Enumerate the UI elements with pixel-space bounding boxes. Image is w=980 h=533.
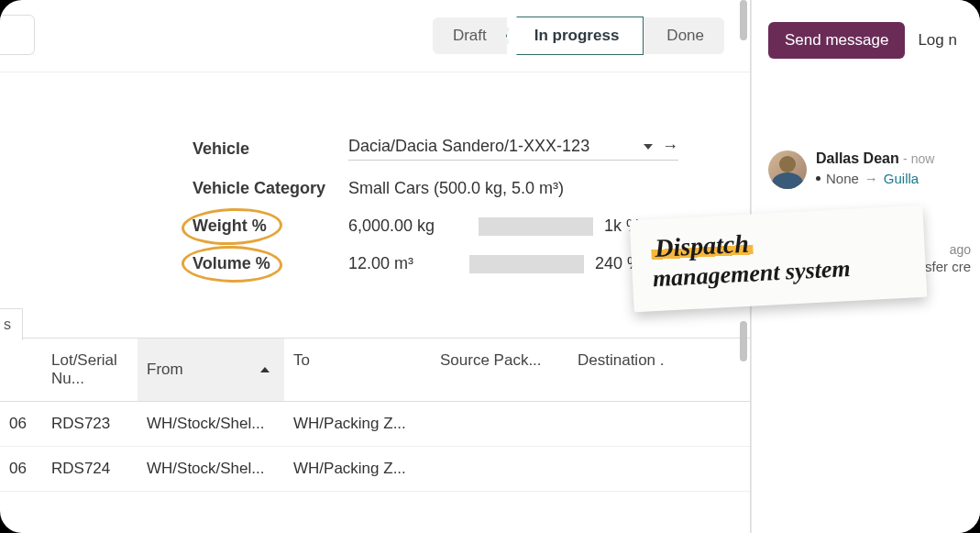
cell-to: WH/Packing Z... [284, 402, 431, 446]
send-message-button[interactable]: Send message [768, 22, 905, 59]
vehicle-row: Vehicle Dacia/Dacia Sandero/1-XXX-123 → [0, 128, 750, 170]
scrollbar-table[interactable] [740, 321, 747, 361]
scrollbar-top[interactable] [740, 0, 747, 40]
volume-progress-bar [469, 255, 584, 273]
chevron-down-icon[interactable] [644, 144, 653, 150]
vehicle-category-value: Small Cars (500.0 kg, 5.0 m³) [348, 179, 564, 198]
th-destination[interactable]: Destination . [568, 339, 697, 401]
volume-label: Volume % [193, 254, 348, 273]
vehicle-select[interactable]: Dacia/Dacia Sandero/1-XXX-123 → [348, 137, 678, 161]
status-done[interactable]: Done [643, 17, 724, 54]
message-time-sep: - [903, 151, 908, 166]
cell-prefix: 06 [0, 447, 51, 491]
cell-from: WH/Stock/Shel... [138, 402, 284, 446]
th-lot[interactable]: Lot/Serial Nu... [0, 339, 138, 401]
table-row[interactable]: 06 RDS724 WH/Stock/Shel... WH/Packing Z.… [0, 447, 750, 492]
status-in-progress[interactable]: In progress [506, 17, 644, 55]
message-time: now [911, 151, 935, 166]
cell-to: WH/Packing Z... [284, 447, 431, 491]
status-bar: Draft In progress Done [0, 0, 750, 72]
th-from-label: From [147, 361, 183, 379]
arrow-right-small-icon: → [864, 171, 878, 186]
message-item: Dallas Dean - now None → Guilla [768, 150, 980, 189]
table-area: s Lot/Serial Nu... From To Source Pack..… [0, 338, 750, 492]
volume-value: 12.00 m³ [348, 254, 458, 273]
tab-stub[interactable]: s [0, 308, 23, 340]
cell-from: WH/Stock/Shel... [138, 447, 284, 491]
table-row[interactable]: 06 RDS723 WH/Stock/Shel... WH/Packing Z.… [0, 402, 750, 447]
cell-prefix: 06 [0, 402, 51, 446]
cell-lot: RDS723 [51, 402, 138, 446]
weight-value: 6,000.00 kg [348, 217, 468, 236]
weight-progress-bar [479, 217, 593, 236]
sticky-note: Dispatch management system [630, 205, 928, 313]
change-to-link[interactable]: Guilla [884, 171, 919, 186]
message-author[interactable]: Dallas Dean [816, 150, 899, 166]
cell-lot: RDS724 [51, 447, 138, 491]
vehicle-value: Dacia/Dacia Sandero/1-XXX-123 [348, 137, 589, 156]
th-source-pack[interactable]: Source Pack... [431, 339, 568, 401]
bullet-icon [816, 176, 820, 181]
log-note-button[interactable]: Log n [918, 22, 957, 59]
sort-asc-icon [260, 367, 270, 372]
arrow-right-icon[interactable]: → [662, 137, 678, 156]
table-header: Lot/Serial Nu... From To Source Pack... … [0, 338, 750, 402]
sticky-line1: Dispatch [650, 228, 753, 262]
vehicle-label: Vehicle [193, 139, 348, 159]
th-to[interactable]: To [284, 339, 431, 401]
left-panel-stub [0, 15, 35, 55]
weight-label: Weight % [193, 217, 348, 236]
th-from[interactable]: From [138, 339, 284, 401]
avatar[interactable] [768, 150, 807, 189]
vehicle-category-row: Vehicle Category Small Cars (500.0 kg, 5… [0, 170, 750, 207]
trail-time: ago [950, 242, 971, 257]
vehicle-category-label: Vehicle Category [193, 179, 348, 198]
status-draft[interactable]: Draft [433, 17, 507, 54]
change-from: None [826, 171, 859, 186]
